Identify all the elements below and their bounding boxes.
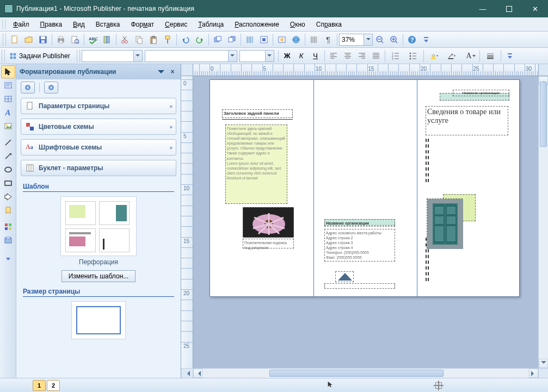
toolbar-grip[interactable] [77, 50, 80, 62]
group-brochure-options[interactable]: Буклет - параметры [21, 160, 176, 176]
design-gallery-tool[interactable] [1, 220, 15, 233]
change-template-button[interactable]: Изменить шаблон... [61, 270, 136, 282]
maximize-button[interactable] [496, 0, 522, 17]
text-frame[interactable]: Адрес основного места работыАдрес строка… [324, 229, 395, 262]
text-frame[interactable]: Поместите здесь краткий обобщающий, но ж… [225, 125, 287, 204]
group-color-schemes[interactable]: Цветовые схемы » [21, 119, 176, 135]
scroll-left-button[interactable] [193, 369, 202, 378]
taskpane-close-button[interactable]: × [168, 68, 177, 76]
menu-edit[interactable]: Правка [35, 17, 68, 31]
group-page-options[interactable]: Параметры страницы » [21, 98, 176, 114]
italic-button[interactable]: К [295, 49, 308, 63]
redo-button[interactable] [193, 33, 206, 46]
oval-tool[interactable] [1, 163, 15, 176]
text-frame[interactable]: Название организации [324, 219, 395, 227]
toolbar-grip[interactable] [2, 50, 5, 62]
zoom-out-button[interactable] [373, 33, 386, 46]
overflow-button[interactable] [420, 33, 433, 46]
line-color-button[interactable] [444, 49, 460, 63]
line-style-button[interactable] [482, 49, 498, 63]
overflow2-button[interactable] [503, 49, 516, 63]
webpreview-button[interactable] [290, 33, 303, 46]
pilcrow-button[interactable]: ¶ [322, 33, 335, 46]
tools-overflow[interactable] [1, 252, 15, 265]
taskpane-forward-button[interactable] [44, 82, 58, 94]
rectangle-tool[interactable] [1, 177, 15, 190]
page[interactable]: Заголовок задней панели Поместите здесь … [210, 79, 520, 297]
scroll-thumb[interactable] [540, 82, 547, 147]
minimize-button[interactable]: — [470, 0, 496, 17]
table-tool[interactable] [1, 92, 15, 105]
scroll-thumb[interactable] [269, 370, 444, 377]
save-button[interactable] [36, 33, 50, 46]
menu-help[interactable]: Справка [311, 17, 347, 31]
title-frame[interactable]: Сведения о товаре или услуге [426, 106, 508, 135]
align-right-button[interactable] [355, 49, 368, 63]
content-library-tool[interactable] [1, 234, 15, 247]
taskpane-back-button[interactable] [21, 82, 35, 94]
autoshapes-tool[interactable] [1, 190, 15, 203]
spchar-button[interactable] [257, 33, 270, 46]
send-back-button[interactable] [225, 33, 238, 46]
style-combo[interactable] [82, 50, 143, 62]
text-frame[interactable] [324, 283, 395, 289]
copy-button[interactable] [133, 33, 146, 46]
align-left-button[interactable] [327, 49, 340, 63]
open-button[interactable] [22, 33, 35, 46]
zoom-combo[interactable] [339, 34, 373, 46]
menu-format[interactable]: Формат [125, 17, 159, 31]
close-button[interactable]: ✕ [522, 0, 548, 17]
zoom-in-button[interactable] [387, 33, 401, 46]
group-font-schemes[interactable]: Aa Шрифтовые схемы » [21, 139, 176, 155]
publication-canvas[interactable]: Заголовок задней панели Поместите здесь … [193, 76, 538, 368]
picture-frame[interactable] [427, 198, 463, 248]
bring-front-button[interactable] [211, 33, 224, 46]
zoom-input[interactable] [340, 36, 362, 43]
toolbar-grip[interactable] [2, 20, 5, 29]
picture-tool[interactable] [1, 120, 15, 133]
spellcheck-button[interactable]: ABC [87, 33, 100, 46]
arrow-tool[interactable] [1, 150, 15, 163]
bookmark-tool[interactable] [1, 204, 15, 217]
text-frame[interactable]: Заголовок задней панели [222, 109, 293, 118]
pointer-tool[interactable] [1, 65, 15, 78]
help-button[interactable]: ? [405, 33, 418, 46]
cut-button[interactable] [119, 33, 132, 46]
print-preview-button[interactable] [69, 33, 82, 46]
logo-frame[interactable] [335, 271, 354, 282]
ms-button[interactable] [275, 33, 288, 46]
menu-insert[interactable]: Вставка [90, 17, 126, 31]
menu-tools[interactable]: Сервис [159, 17, 193, 31]
menu-file[interactable]: Файл [8, 17, 35, 31]
align-center-button[interactable] [341, 49, 354, 63]
menu-window[interactable]: Окно [285, 17, 311, 31]
columns-button[interactable] [243, 33, 256, 46]
scroll-down-button[interactable] [539, 359, 548, 368]
horizontal-scrollbar[interactable] [193, 369, 538, 378]
scroll-right-button[interactable] [529, 369, 538, 378]
menu-arrange[interactable]: Расположение [229, 17, 285, 31]
taskpane-dropdown-icon[interactable] [158, 70, 164, 77]
research-button[interactable] [101, 33, 114, 46]
new-button[interactable] [8, 33, 21, 46]
align-justify-button[interactable] [370, 49, 383, 63]
menu-table[interactable]: Таблица [193, 17, 229, 31]
fill-color-button[interactable] [426, 49, 442, 63]
paste-button[interactable] [147, 33, 160, 46]
toolbar-grip[interactable] [3, 34, 6, 46]
line-tool[interactable] [1, 136, 15, 149]
pagesize-thumbnail[interactable] [71, 301, 126, 339]
wordart-tool[interactable]: A [1, 106, 15, 119]
format-painter-button[interactable] [161, 33, 174, 46]
numbering-button[interactable]: 123 [387, 49, 404, 63]
text-frame[interactable]: Название организации [453, 90, 509, 96]
picture-frame[interactable] [243, 207, 294, 238]
undo-button[interactable] [179, 33, 192, 46]
vertical-scrollbar[interactable] [538, 76, 548, 368]
underline-button[interactable]: Ч [309, 49, 322, 63]
bold-button[interactable]: Ж [281, 49, 294, 63]
print-button[interactable] [54, 33, 67, 46]
scroll-left-start[interactable] [181, 369, 193, 378]
bullets-button[interactable] [405, 49, 421, 63]
textbox-tool[interactable] [1, 79, 15, 92]
